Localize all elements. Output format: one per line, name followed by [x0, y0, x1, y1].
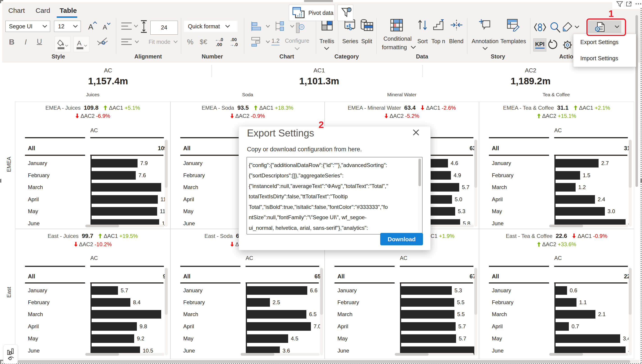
svg-text:A: A — [77, 39, 82, 47]
